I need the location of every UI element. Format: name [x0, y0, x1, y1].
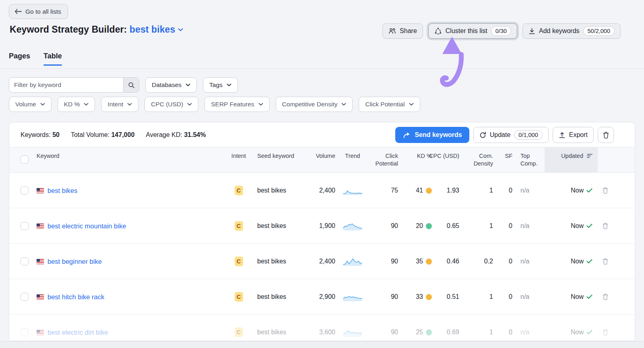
- tags-dropdown[interactable]: Tags: [203, 77, 238, 93]
- intent-filter-dropdown[interactable]: Intent: [101, 97, 138, 112]
- add-keywords-button[interactable]: Add keywords 50/2,000: [522, 23, 621, 39]
- sf-value: 0: [497, 173, 512, 208]
- header-updated[interactable]: Updated: [545, 152, 592, 160]
- list-name-dropdown[interactable]: best bikes: [130, 24, 184, 35]
- updated-value: Now: [571, 293, 584, 300]
- header-actions: Share Cluster this list 0/30 Add keyword…: [382, 23, 621, 39]
- top-comp-value: n/a: [520, 279, 544, 315]
- sort-descending-icon: [587, 153, 592, 158]
- header-trend[interactable]: Trend: [342, 152, 363, 160]
- check-icon: [586, 294, 592, 299]
- check-icon: [586, 224, 592, 228]
- top-comp-value: n/a: [520, 208, 544, 244]
- header-cpc[interactable]: CPC (USD): [428, 152, 459, 160]
- us-flag-icon: [37, 224, 44, 229]
- keyword-filter: [9, 77, 139, 93]
- volume-filter-dropdown[interactable]: Volume: [9, 97, 52, 112]
- header-volume[interactable]: Volume: [291, 152, 335, 160]
- cpc-value: 0.46: [436, 244, 459, 279]
- keywords-table-card: Keywords: 50 Total Volume: 147,000 Avera…: [9, 122, 635, 341]
- header-click-potential[interactable]: Click Potential: [363, 152, 398, 168]
- delete-row-button[interactable]: [603, 244, 615, 279]
- header-com-density[interactable]: Com. Density: [462, 152, 493, 168]
- row-checkbox[interactable]: [21, 186, 29, 195]
- trash-icon: [603, 187, 608, 194]
- send-keywords-button[interactable]: Send keywords: [395, 127, 469, 143]
- delete-row-button[interactable]: [603, 279, 615, 315]
- click-potential-filter-label: Click Potential: [365, 101, 405, 108]
- keyword-link[interactable]: best hitch bike rack: [47, 293, 104, 301]
- kd-value: 33: [416, 293, 423, 300]
- kd-filter-dropdown[interactable]: KD %: [58, 97, 95, 112]
- view-tabs: Pages Table: [9, 52, 62, 66]
- chevron-down-icon: [40, 103, 45, 106]
- delete-list-button[interactable]: [598, 127, 614, 143]
- keyword-link[interactable]: best electric dirt bike: [47, 329, 108, 336]
- update-count-badge: 0/1,000: [514, 130, 542, 140]
- tab-pages[interactable]: Pages: [9, 52, 30, 66]
- delete-row-button[interactable]: [603, 208, 615, 244]
- competitive-density-filter-dropdown[interactable]: Competitive Density: [276, 97, 353, 112]
- sf-value: 0: [497, 208, 512, 244]
- updated-value: Now: [571, 222, 584, 230]
- row-checkbox[interactable]: [21, 257, 29, 265]
- volume-filter-label: Volume: [15, 101, 36, 108]
- chevron-down-icon: [227, 83, 231, 87]
- updated-column-highlight: [545, 147, 598, 173]
- tabs-divider: [0, 68, 644, 69]
- click-potential-filter-dropdown[interactable]: Click Potential: [359, 97, 420, 112]
- trash-icon: [603, 294, 608, 300]
- select-all-checkbox[interactable]: [21, 155, 29, 164]
- row-checkbox[interactable]: [21, 222, 29, 230]
- volume-value: 3,600: [291, 315, 335, 341]
- serp-features-filter-dropdown[interactable]: SERP Features: [204, 97, 269, 112]
- intent-badge-commercial: C: [235, 257, 243, 266]
- header-keyword[interactable]: Keyword: [37, 152, 210, 160]
- delete-row-button[interactable]: [603, 173, 615, 208]
- updated-value: Now: [571, 258, 584, 265]
- intent-badge-commercial: C: [235, 327, 243, 337]
- keyword-link[interactable]: best electric mountain bike: [47, 222, 126, 230]
- search-button[interactable]: [123, 78, 139, 92]
- cluster-this-list-button[interactable]: Cluster this list 0/30: [428, 23, 517, 39]
- click-potential-value: 90: [363, 315, 398, 341]
- export-button[interactable]: Export: [553, 127, 594, 143]
- databases-dropdown[interactable]: Databases: [145, 77, 197, 93]
- header-kd[interactable]: KD %: [399, 152, 432, 160]
- kd-value: 35: [416, 258, 423, 265]
- com-density-value: 1: [462, 279, 493, 315]
- competitive-density-filter-label: Competitive Density: [282, 101, 338, 108]
- row-checkbox[interactable]: [21, 328, 29, 336]
- row-checkbox[interactable]: [21, 293, 29, 301]
- intent-badge-commercial: C: [235, 292, 243, 302]
- chevron-down-icon: [127, 103, 132, 106]
- update-button[interactable]: Update 0/1,000: [473, 127, 549, 143]
- header-sf[interactable]: SF: [497, 152, 512, 160]
- tab-table[interactable]: Table: [43, 52, 62, 66]
- page-title: Keyword Strategy Builder: best bikes: [10, 24, 183, 35]
- keyword-link[interactable]: best beginner bike: [47, 258, 102, 265]
- keyword-strategy-builder-page: Go to all lists Keyword Strategy Builder…: [0, 0, 644, 348]
- keyword-filter-input[interactable]: [9, 78, 123, 92]
- share-button[interactable]: Share: [382, 23, 423, 39]
- sf-value: 0: [497, 315, 512, 341]
- volume-value: 2,400: [291, 173, 335, 208]
- cpc-filter-dropdown[interactable]: CPC (USD): [144, 97, 198, 112]
- intent-filter-label: Intent: [107, 101, 123, 108]
- delete-row-button[interactable]: [603, 315, 615, 341]
- share-users-icon: [388, 28, 396, 34]
- com-density-value: 0.2: [462, 244, 493, 279]
- click-potential-value: 75: [363, 173, 398, 208]
- top-comp-value: n/a: [520, 244, 544, 279]
- us-flag-icon: [37, 188, 44, 193]
- cpc-value: 0.69: [436, 315, 459, 341]
- kd-difficulty-dot: [426, 329, 432, 336]
- trash-icon: [603, 132, 609, 139]
- header-top-comp[interactable]: Top Comp.: [520, 152, 544, 168]
- header-intent[interactable]: Intent: [227, 152, 251, 160]
- keyword-link[interactable]: best bikes: [47, 187, 77, 195]
- go-to-all-lists-button[interactable]: Go to all lists: [9, 4, 68, 19]
- trash-icon: [603, 258, 608, 265]
- share-label: Share: [400, 27, 417, 35]
- trend-sparkline: [343, 185, 362, 196]
